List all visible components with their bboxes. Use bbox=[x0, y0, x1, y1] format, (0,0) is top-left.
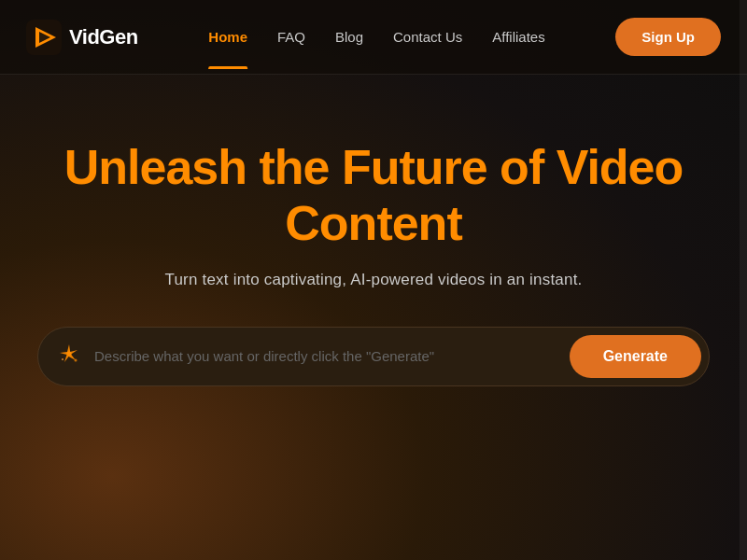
sparkle-icon bbox=[57, 342, 81, 371]
hero-subtitle: Turn text into captivating, AI-powered v… bbox=[164, 271, 582, 289]
nav-links: Home FAQ Blog Contact Us Affiliates bbox=[208, 28, 544, 47]
hero-section: Unleash the Future of Video Content Turn… bbox=[0, 75, 747, 386]
right-edge-decoration bbox=[740, 0, 747, 560]
prompt-input-bar: Generate bbox=[37, 327, 710, 386]
nav-link-contact[interactable]: Contact Us bbox=[393, 28, 462, 47]
nav-link-faq[interactable]: FAQ bbox=[277, 29, 305, 45]
nav-link-blog[interactable]: Blog bbox=[335, 29, 363, 45]
logo[interactable]: VidGen bbox=[26, 20, 138, 55]
nav-link-affiliates[interactable]: Affiliates bbox=[492, 29, 544, 45]
navbar: VidGen Home FAQ Blog Contact Us Affiliat… bbox=[0, 0, 747, 75]
signup-button[interactable]: Sign Up bbox=[615, 18, 721, 56]
svg-point-6 bbox=[62, 358, 63, 360]
svg-point-5 bbox=[75, 358, 78, 361]
hero-title: Unleash the Future of Video Content bbox=[28, 140, 719, 252]
nav-link-home[interactable]: Home bbox=[208, 29, 247, 45]
logo-icon bbox=[26, 20, 62, 55]
prompt-input[interactable] bbox=[91, 341, 560, 371]
generate-button[interactable]: Generate bbox=[570, 335, 701, 378]
logo-text: VidGen bbox=[69, 25, 138, 49]
